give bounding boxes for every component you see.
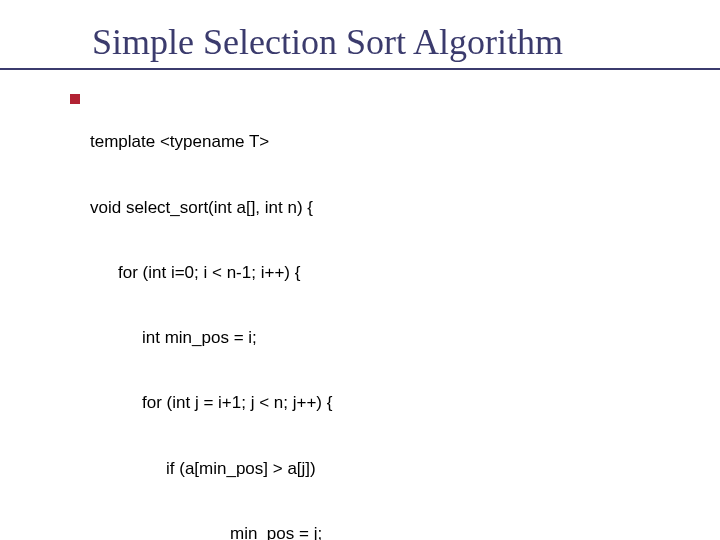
code-line: int min_pos = i;	[90, 327, 564, 349]
title-area: Simple Selection Sort Algorithm	[0, 24, 720, 70]
bullet-row: template <typename T> void select_sort(i…	[70, 88, 696, 540]
code-line: for (int i=0; i < n-1; i++) {	[90, 262, 564, 284]
code-line: template <typename T>	[90, 131, 564, 153]
slide-title: Simple Selection Sort Algorithm	[92, 24, 696, 62]
slide: Simple Selection Sort Algorithm template…	[0, 0, 720, 540]
code-line: min_pos = j;	[90, 523, 564, 540]
code-line: for (int j = i+1; j < n; j++) {	[90, 392, 564, 414]
code-block: template <typename T> void select_sort(i…	[90, 88, 564, 540]
code-line: void select_sort(int a[], int n) {	[90, 197, 564, 219]
bullet-icon	[70, 94, 80, 104]
code-line: if (a[min_pos] > a[j])	[90, 458, 564, 480]
slide-body: template <typename T> void select_sort(i…	[0, 88, 720, 540]
